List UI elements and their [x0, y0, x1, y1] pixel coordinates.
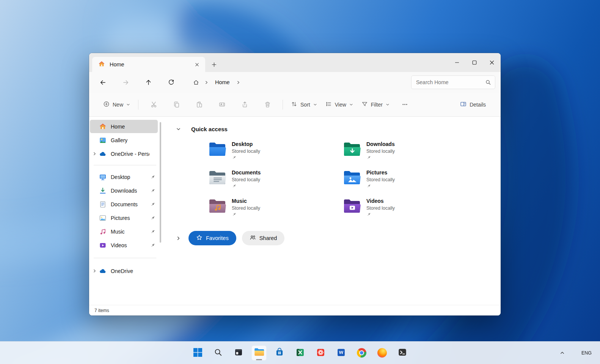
sort-icon	[291, 101, 297, 108]
word-button[interactable]	[333, 345, 349, 361]
chevron-right-icon[interactable]	[90, 269, 99, 273]
sidebar-divider	[94, 165, 156, 165]
file-explorer-window: Home	[89, 53, 501, 315]
sidebar-label: Downloads	[111, 188, 137, 194]
quick-access-grid: Desktop Stored locally	[209, 140, 501, 225]
favorites-button[interactable]: Favorites	[188, 231, 236, 245]
taskbar-icons	[190, 342, 410, 364]
search-input[interactable]	[416, 79, 485, 85]
paste-button[interactable]	[192, 97, 207, 112]
pin-icon	[150, 215, 155, 221]
file-explorer-button[interactable]	[251, 345, 267, 361]
sidebar-scrollbar[interactable]	[160, 122, 161, 243]
up-button[interactable]	[141, 75, 156, 89]
details-pane-icon	[460, 101, 466, 108]
toolbar-separator	[283, 100, 283, 110]
sidebar-label: OneDrive	[111, 268, 133, 274]
sidebar-item-videos[interactable]: Videos	[90, 238, 158, 252]
titlebar: Home	[89, 53, 501, 72]
folder-subtitle: Stored locally	[366, 206, 395, 211]
copy-button[interactable]	[169, 97, 184, 112]
onedrive-icon	[99, 267, 107, 275]
acrobat-button[interactable]	[313, 345, 328, 361]
chevron-down-icon[interactable]	[174, 124, 183, 133]
breadcrumb-item-home[interactable]: Home	[210, 78, 234, 87]
section-title: Quick access	[191, 126, 228, 132]
navigation-pane: Home Gallery OneDrive - Pe	[89, 117, 162, 305]
favorites-row: Favorites Shared	[174, 231, 501, 245]
sidebar-item-gallery[interactable]: Gallery	[90, 133, 158, 147]
folder-tile-downloads[interactable]: Downloads Stored locally	[343, 140, 478, 168]
downloads-icon	[99, 187, 107, 195]
pin-icon	[366, 212, 395, 217]
breadcrumb-home-icon[interactable]	[190, 77, 202, 88]
forward-button[interactable]	[118, 75, 133, 89]
sort-label: Sort	[300, 102, 310, 108]
share-button[interactable]	[237, 97, 252, 112]
sidebar-item-pictures[interactable]: Pictures	[90, 211, 158, 224]
sidebar-item-desktop[interactable]: Desktop	[90, 170, 158, 184]
pictures-icon	[99, 214, 107, 222]
firefox-icon	[377, 348, 387, 358]
sidebar-item-documents[interactable]: Documents	[90, 198, 158, 211]
shared-button[interactable]: Shared	[242, 231, 285, 245]
breadcrumb-chevron-icon[interactable]	[234, 77, 243, 88]
terminal-button[interactable]	[395, 345, 410, 361]
delete-button[interactable]	[260, 97, 275, 112]
filter-button[interactable]: Filter	[357, 97, 394, 112]
quick-access-header: Quick access	[174, 124, 501, 133]
cut-button[interactable]	[146, 97, 161, 112]
chevron-right-icon[interactable]	[174, 234, 183, 243]
new-button[interactable]: New	[99, 97, 134, 112]
desktop: Home	[0, 0, 600, 364]
language-indicator[interactable]: ENG	[578, 348, 595, 358]
folder-tile-documents[interactable]: Documents Stored locally	[209, 168, 343, 196]
chevron-down-icon	[386, 102, 390, 108]
chevron-right-icon[interactable]	[90, 152, 99, 156]
search-icon[interactable]	[485, 79, 491, 85]
sidebar-label: OneDrive - Personal	[111, 151, 149, 157]
content-area: Quick access Desktop Stored locally	[162, 117, 501, 305]
sidebar-item-onedrive[interactable]: OneDrive	[90, 264, 158, 278]
details-button[interactable]: Details	[456, 97, 490, 112]
folder-subtitle: Stored locally	[366, 177, 395, 182]
folder-tile-videos[interactable]: Videos Stored locally	[343, 196, 478, 225]
sidebar-item-home[interactable]: Home	[90, 120, 158, 133]
close-button[interactable]	[483, 53, 501, 72]
sidebar-label: Desktop	[111, 174, 130, 180]
search-icon	[214, 348, 223, 358]
sidebar-item-onedrive-personal[interactable]: OneDrive - Personal	[90, 147, 158, 160]
sidebar-item-music[interactable]: Music	[90, 225, 158, 238]
start-button[interactable]	[190, 345, 205, 361]
tray-chevron-up-button[interactable]	[557, 348, 568, 358]
pin-icon	[150, 174, 155, 180]
more-options-button[interactable]	[397, 97, 413, 112]
new-tab-button[interactable]	[207, 59, 220, 70]
back-button[interactable]	[95, 75, 110, 89]
dark-window-app-button[interactable]	[231, 345, 246, 361]
tab-close-button[interactable]	[192, 60, 202, 69]
rename-button[interactable]	[214, 97, 229, 112]
desktop-icon	[99, 173, 107, 181]
chevron-down-icon	[349, 102, 353, 108]
sidebar-item-downloads[interactable]: Downloads	[90, 184, 158, 197]
view-button[interactable]: View	[321, 97, 357, 112]
folder-tile-pictures[interactable]: Pictures Stored locally	[343, 168, 478, 196]
minimize-button[interactable]	[448, 53, 466, 72]
shared-label: Shared	[259, 235, 277, 241]
chevron-down-icon	[313, 102, 317, 108]
folder-tile-desktop[interactable]: Desktop Stored locally	[209, 140, 343, 168]
firefox-button[interactable]	[374, 345, 390, 361]
microsoft-store-button[interactable]	[272, 345, 287, 361]
search-box[interactable]	[411, 75, 495, 89]
excel-button[interactable]	[292, 345, 308, 361]
breadcrumb-chevron-icon[interactable]	[202, 77, 210, 88]
tab-home[interactable]: Home	[92, 57, 205, 72]
folder-tile-music[interactable]: Music Stored locally	[209, 196, 343, 225]
refresh-button[interactable]	[163, 75, 179, 89]
sort-button[interactable]: Sort	[287, 97, 321, 112]
chrome-button[interactable]	[354, 345, 369, 361]
search-button[interactable]	[210, 345, 226, 361]
maximize-button[interactable]	[466, 53, 483, 72]
word-icon	[336, 348, 346, 358]
